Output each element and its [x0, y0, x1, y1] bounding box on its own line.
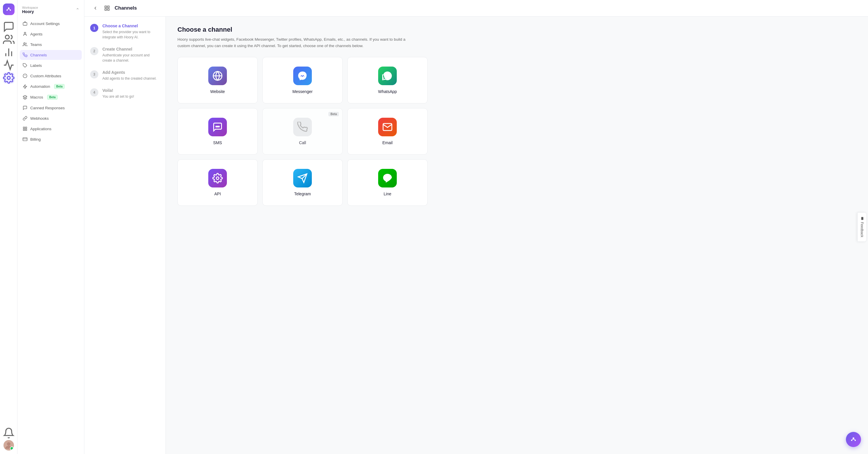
- icon-bar: [0, 0, 18, 454]
- steps-panel: 1 Choose a Channel Select the provider y…: [84, 17, 166, 454]
- step-3-content: Add Agents Add agents to the created cha…: [102, 70, 160, 81]
- step-2: 2 Create Channel Authenticate your accou…: [90, 47, 160, 63]
- svg-point-1: [6, 9, 8, 11]
- svg-point-36: [216, 177, 219, 180]
- svg-rect-28: [107, 6, 110, 8]
- sidebar-item-webhooks[interactable]: Webhooks: [20, 114, 82, 123]
- website-label: Website: [210, 89, 225, 94]
- channel-card-sms[interactable]: SMS: [178, 108, 258, 155]
- feedback-tab[interactable]: Feedback: [858, 213, 867, 242]
- grid-icon: [23, 126, 27, 131]
- svg-rect-24: [25, 129, 27, 130]
- sidebar-label-custom-attributes: Custom Attributes: [30, 74, 61, 78]
- sidebar-item-canned-responses[interactable]: Canned Responses: [20, 103, 82, 113]
- channel-card-call[interactable]: Beta Call: [262, 108, 343, 155]
- sidebar-item-channels[interactable]: Channels: [20, 50, 82, 60]
- svg-rect-30: [107, 9, 110, 10]
- sidebar-item-account-settings[interactable]: Account Settings: [20, 19, 82, 29]
- message-square-icon: [23, 105, 27, 110]
- svg-point-33: [216, 126, 217, 127]
- svg-point-41: [851, 440, 852, 441]
- step-3-number: 3: [90, 70, 98, 78]
- step-1-desc: Select the provider you want to integrat…: [102, 29, 160, 40]
- feedback-icon: [861, 217, 864, 220]
- svg-rect-39: [861, 217, 863, 220]
- svg-point-5: [5, 35, 9, 39]
- channel-card-messenger[interactable]: Messenger: [262, 57, 343, 103]
- channels-icon: [23, 53, 27, 57]
- svg-rect-25: [23, 138, 27, 141]
- sidebar-item-macros[interactable]: Macros Beta: [20, 92, 82, 102]
- channel-grid: Website Messenger: [178, 57, 428, 206]
- sidebar-item-agents[interactable]: Agents: [20, 29, 82, 39]
- user-avatar[interactable]: [3, 440, 14, 451]
- svg-point-42: [855, 440, 856, 441]
- step-4-number: 4: [90, 88, 98, 97]
- channels-header-icon: [103, 4, 111, 12]
- svg-point-35: [218, 126, 219, 127]
- svg-point-9: [7, 76, 10, 79]
- call-icon: [293, 118, 312, 136]
- briefcase-icon: [23, 21, 27, 26]
- feedback-label: Feedback: [860, 222, 864, 237]
- svg-marker-19: [23, 85, 27, 88]
- api-label: API: [214, 192, 221, 196]
- chat-float-icon: [850, 436, 857, 443]
- step-3: 3 Add Agents Add agents to the created c…: [90, 70, 160, 81]
- channel-card-line[interactable]: Line: [347, 159, 428, 206]
- svg-rect-27: [105, 6, 107, 8]
- sidebar-label-teams: Teams: [30, 42, 42, 47]
- step-1-number: 1: [90, 24, 98, 32]
- step-3-desc: Add agents to the created channel.: [102, 76, 160, 81]
- main-body: 1 Choose a Channel Select the provider y…: [84, 17, 868, 454]
- call-label: Call: [299, 140, 306, 145]
- sidebar-item-automation[interactable]: Automation Beta: [20, 82, 82, 92]
- sms-label: SMS: [213, 140, 222, 145]
- svg-point-0: [8, 7, 9, 9]
- svg-rect-23: [23, 129, 25, 130]
- svg-marker-20: [23, 95, 27, 97]
- channel-card-whatsapp[interactable]: WhatsApp: [347, 57, 428, 103]
- user-icon: [23, 32, 27, 36]
- channel-card-telegram[interactable]: Telegram: [262, 159, 343, 206]
- channel-card-api[interactable]: API: [178, 159, 258, 206]
- back-button[interactable]: [91, 4, 99, 12]
- channel-card-email[interactable]: Email: [347, 108, 428, 155]
- svg-rect-29: [105, 9, 107, 10]
- iconbar-settings[interactable]: [3, 72, 14, 84]
- step-4: 4 Voila! You are all set to go!: [90, 88, 160, 99]
- iconbar-notifications[interactable]: [3, 59, 14, 71]
- iconbar-reports[interactable]: [3, 46, 14, 58]
- workspace-selector[interactable]: Workspace Hoory ⌃: [18, 3, 84, 19]
- credit-card-icon: [23, 137, 27, 141]
- svg-point-2: [9, 9, 11, 11]
- step-2-number: 2: [90, 47, 98, 55]
- iconbar-bell[interactable]: [3, 427, 14, 439]
- iconbar-contacts[interactable]: [3, 34, 14, 45]
- website-icon: [208, 67, 227, 85]
- content-description: Hoory supports live-chat widgets, Facebo…: [178, 36, 416, 49]
- sidebar-item-teams[interactable]: Teams: [20, 39, 82, 50]
- info-icon: [23, 73, 27, 78]
- channel-card-website[interactable]: Website: [178, 57, 258, 103]
- sidebar-label-account-settings: Account Settings: [30, 22, 60, 26]
- sidebar-item-custom-attributes[interactable]: Custom Attributes: [20, 71, 82, 81]
- chat-float-button[interactable]: [846, 432, 861, 447]
- layers-icon: [23, 95, 27, 100]
- step-3-title: Add Agents: [102, 70, 160, 75]
- sidebar-label-macros: Macros: [30, 95, 43, 99]
- sidebar-item-applications[interactable]: Applications: [20, 124, 82, 134]
- zap-icon: [23, 84, 27, 89]
- automation-beta-badge: Beta: [54, 84, 65, 89]
- svg-line-43: [852, 439, 854, 440]
- app-logo[interactable]: [3, 3, 14, 15]
- iconbar-conversations[interactable]: [3, 21, 14, 33]
- svg-point-11: [7, 442, 10, 446]
- sidebar-item-labels[interactable]: Labels: [20, 61, 82, 70]
- svg-point-40: [852, 437, 854, 439]
- sidebar-label-applications: Applications: [30, 127, 52, 131]
- sidebar-label-labels: Labels: [30, 63, 42, 68]
- line-icon: [378, 169, 397, 188]
- sms-icon: [208, 118, 227, 136]
- sidebar-item-billing[interactable]: Billing: [20, 134, 82, 144]
